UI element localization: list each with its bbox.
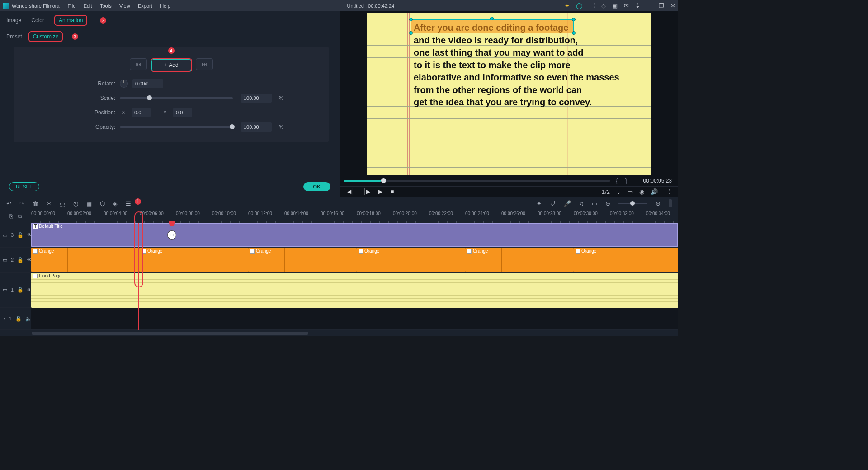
orange-clip[interactable]: Orange [140, 248, 248, 272]
save-icon[interactable]: ▣ [612, 2, 618, 9]
adjust-button[interactable]: ☰1 [126, 200, 131, 207]
mark-out-icon[interactable]: } [623, 177, 629, 184]
redo-button[interactable]: ↷ [19, 200, 24, 207]
track-1-lane[interactable]: Lined Page [31, 273, 678, 308]
render-icon[interactable]: ▭ [592, 200, 597, 207]
download-icon[interactable]: ⇣ [635, 2, 640, 9]
undo-button[interactable]: ↶ [6, 200, 11, 207]
mail-icon[interactable]: ✉ [624, 2, 629, 9]
delete-button[interactable]: 🗑 [33, 200, 38, 207]
track-2-lane[interactable]: OrangeOrangeOrangeOrangeOrangeOrange [31, 248, 678, 272]
orange-clip[interactable]: Orange [248, 248, 357, 272]
orange-clip[interactable]: Orange [465, 248, 574, 272]
lock-icon[interactable]: 🔓 [15, 316, 22, 322]
zoom-slider[interactable] [618, 203, 647, 204]
mark-in-icon[interactable]: { [614, 177, 620, 184]
lock-icon[interactable]: 🔓 [17, 232, 24, 238]
preview-canvas[interactable]: After you are done editing a footage and… [367, 13, 651, 175]
scissors-icon[interactable]: ✂ [167, 230, 176, 240]
scale-value[interactable]: 100.00 [241, 94, 272, 103]
menu-export[interactable]: Export [138, 3, 152, 9]
orange-clip[interactable]: Orange [574, 248, 678, 272]
pos-y-value[interactable]: 0.0 [173, 108, 192, 117]
tab-color[interactable]: Color [31, 17, 44, 24]
tab-animation[interactable]: Animation [59, 17, 83, 24]
next-keyframe-button[interactable]: ⏭ [196, 58, 213, 70]
playhead[interactable] [138, 223, 139, 330]
zoom-in-icon[interactable]: ⊕ [656, 200, 660, 207]
text-icon: T [33, 224, 38, 229]
prev-frame-button[interactable]: ◀│ [347, 188, 355, 195]
opacity-value[interactable]: 100.00 [241, 122, 272, 132]
progress-slider[interactable] [344, 180, 610, 182]
image-icon [33, 249, 38, 254]
scale-slider[interactable] [120, 97, 233, 99]
display-icon[interactable]: ▭ [627, 188, 633, 195]
gift-icon[interactable]: ⛶ [589, 2, 595, 9]
pos-x-value[interactable]: 0.0 [132, 108, 151, 117]
account-icon[interactable]: ◇ [601, 2, 606, 9]
stop-button[interactable]: ■ [391, 188, 394, 195]
menu-file[interactable]: File [68, 3, 76, 9]
tab-image[interactable]: Image [6, 17, 21, 24]
reset-button[interactable]: RESET [9, 182, 39, 191]
marker-drag-icon[interactable] [669, 199, 672, 207]
title-clip[interactable]: TDefault Title [31, 223, 678, 247]
ratio-dropdown-icon[interactable]: ⌄ [616, 188, 621, 195]
keyframe-button[interactable]: ◈ [113, 200, 118, 207]
menu-view[interactable]: View [119, 3, 130, 9]
menu-edit[interactable]: Edit [84, 3, 92, 9]
step-badge-2: 2 [100, 17, 106, 24]
track-video-icon: ▭ [3, 257, 7, 263]
minimize-icon[interactable]: — [646, 2, 652, 9]
orange-clip[interactable]: Orange [31, 248, 140, 272]
playhead-handle[interactable]: ✂ [169, 221, 175, 226]
link-icon[interactable]: ⧉ [18, 213, 22, 220]
timeline-scrollbar[interactable] [0, 330, 678, 336]
subtab-preset[interactable]: Preset [6, 33, 22, 40]
subtab-customize[interactable]: Customize [33, 33, 59, 40]
audio-track-lane[interactable] [31, 308, 678, 329]
close-icon[interactable]: ✕ [670, 2, 675, 9]
snapshot-icon[interactable]: ◉ [639, 188, 644, 195]
add-keyframe-button[interactable]: +Add [151, 59, 191, 71]
headphones-icon[interactable]: ◯ [576, 2, 583, 9]
zoom-out-icon[interactable]: ⊖ [605, 200, 610, 207]
mix-icon[interactable]: ✦ [537, 200, 542, 207]
lock-icon[interactable]: 🔓 [17, 287, 24, 293]
next-frame-button[interactable]: │▶ [363, 188, 371, 195]
rotate-value[interactable]: 0.00iâ [132, 79, 163, 88]
lined-page-clip[interactable]: Lined Page [31, 273, 678, 308]
crop-button[interactable]: ⬚ [60, 200, 65, 207]
menu-help[interactable]: Help [160, 3, 170, 9]
music-icon[interactable]: ♫ [579, 200, 584, 207]
mic-icon[interactable]: 🎤 [564, 200, 571, 207]
color-button[interactable]: ▦ [86, 200, 92, 207]
orange-clip[interactable]: Orange [357, 248, 465, 272]
green-screen-button[interactable]: ⬡ [100, 200, 105, 207]
time-ruler[interactable]: 00:00:00:0000:00:02:0000:00:04:0000:00:0… [31, 210, 678, 223]
track-video-icon: ▭ [3, 287, 7, 293]
selection-box[interactable] [411, 19, 574, 33]
lock-icon[interactable]: 🔓 [17, 257, 24, 263]
volume-icon[interactable]: 🔊 [651, 188, 658, 195]
inspector-panel: Image Color Animation 2 Preset Customize… [0, 11, 340, 197]
mute-icon[interactable]: 🔈 [25, 316, 32, 322]
split-button[interactable]: ✂ [47, 200, 52, 207]
fullscreen-icon[interactable]: ⛶ [664, 188, 670, 195]
rotate-knob[interactable] [120, 80, 128, 88]
opacity-slider[interactable] [120, 126, 233, 128]
speed-button[interactable]: ◷ [73, 200, 78, 207]
play-button[interactable]: ▶ [378, 188, 382, 195]
track-3-lane[interactable]: TDefault Title [31, 223, 678, 247]
shield-icon[interactable]: ⛉ [550, 200, 556, 207]
auto-ripple-icon[interactable]: ⎘ [9, 213, 13, 220]
menu-tools[interactable]: Tools [100, 3, 112, 9]
pos-y-label: Y [161, 110, 169, 115]
prev-keyframe-button[interactable]: ⏮ [130, 58, 147, 70]
image-icon [467, 249, 472, 254]
idea-icon[interactable]: ✦ [565, 2, 570, 9]
ok-button[interactable]: OK [303, 182, 331, 191]
preview-ratio[interactable]: 1/2 [602, 188, 610, 195]
maximize-icon[interactable]: ❐ [659, 2, 664, 9]
